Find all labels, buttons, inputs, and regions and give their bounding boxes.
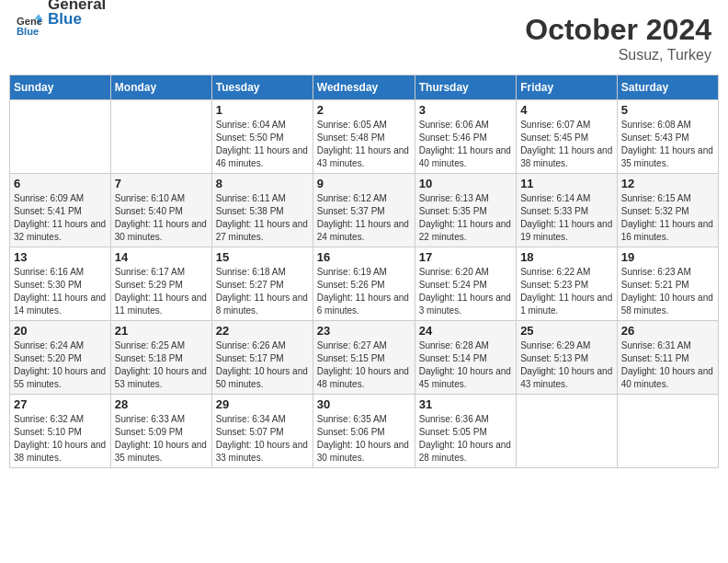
day-info: Sunrise: 6:16 AMSunset: 5:30 PMDaylight:…	[14, 266, 107, 317]
logo: General Blue General Blue	[17, 13, 106, 39]
day-number: 13	[14, 250, 107, 264]
day-number: 28	[115, 397, 208, 411]
day-number: 23	[317, 324, 411, 338]
day-number: 18	[520, 250, 613, 264]
calendar-cell: 16Sunrise: 6:19 AMSunset: 5:26 PMDayligh…	[313, 247, 415, 321]
day-number: 29	[216, 397, 309, 411]
day-info: Sunrise: 6:34 AMSunset: 5:07 PMDaylight:…	[216, 413, 309, 465]
calendar-cell: 18Sunrise: 6:22 AMSunset: 5:23 PMDayligh…	[517, 247, 618, 321]
day-number: 24	[419, 324, 512, 338]
day-number: 9	[317, 177, 411, 190]
calendar-cell: 3Sunrise: 6:06 AMSunset: 5:46 PMDaylight…	[415, 100, 516, 174]
calendar-week-2: 6Sunrise: 6:09 AMSunset: 5:41 PMDaylight…	[10, 174, 719, 247]
day-info: Sunrise: 6:06 AMSunset: 5:46 PMDaylight:…	[419, 119, 512, 170]
day-number: 21	[115, 324, 208, 338]
calendar-cell: 26Sunrise: 6:31 AMSunset: 5:11 PMDayligh…	[617, 321, 718, 395]
day-number: 6	[14, 177, 107, 190]
calendar-cell: 7Sunrise: 6:10 AMSunset: 5:40 PMDaylight…	[110, 174, 211, 247]
calendar-cell: 15Sunrise: 6:18 AMSunset: 5:27 PMDayligh…	[211, 247, 313, 321]
day-number: 27	[14, 397, 107, 411]
day-info: Sunrise: 6:25 AMSunset: 5:18 PMDaylight:…	[115, 339, 208, 391]
calendar-cell: 13Sunrise: 6:16 AMSunset: 5:30 PMDayligh…	[10, 247, 111, 321]
day-number: 1	[216, 103, 309, 117]
location-title: Susuz, Turkey	[525, 47, 711, 63]
day-number: 22	[216, 324, 309, 338]
day-info: Sunrise: 6:23 AMSunset: 5:21 PMDaylight:…	[621, 266, 714, 317]
calendar-cell: 20Sunrise: 6:24 AMSunset: 5:20 PMDayligh…	[10, 321, 111, 395]
day-number: 20	[14, 324, 107, 338]
day-info: Sunrise: 6:24 AMSunset: 5:20 PMDaylight:…	[14, 339, 107, 391]
calendar-week-1: 1Sunrise: 6:04 AMSunset: 5:50 PMDaylight…	[10, 100, 719, 174]
day-number: 14	[115, 250, 208, 264]
day-info: Sunrise: 6:09 AMSunset: 5:41 PMDaylight:…	[14, 192, 107, 244]
month-title: October 2024	[525, 13, 711, 47]
calendar-cell: 24Sunrise: 6:28 AMSunset: 5:14 PMDayligh…	[415, 321, 516, 395]
calendar-cell	[110, 100, 211, 174]
calendar-cell: 14Sunrise: 6:17 AMSunset: 5:29 PMDayligh…	[110, 247, 211, 321]
day-number: 12	[621, 177, 714, 190]
day-number: 2	[317, 103, 411, 117]
day-info: Sunrise: 6:07 AMSunset: 5:45 PMDaylight:…	[520, 119, 613, 170]
calendar-cell: 1Sunrise: 6:04 AMSunset: 5:50 PMDaylight…	[211, 100, 313, 174]
day-info: Sunrise: 6:22 AMSunset: 5:23 PMDaylight:…	[520, 266, 613, 317]
calendar-cell	[10, 100, 111, 174]
day-number: 15	[216, 250, 309, 264]
calendar-cell: 22Sunrise: 6:26 AMSunset: 5:17 PMDayligh…	[211, 321, 313, 395]
calendar-cell: 2Sunrise: 6:05 AMSunset: 5:48 PMDaylight…	[313, 100, 415, 174]
calendar-cell: 8Sunrise: 6:11 AMSunset: 5:38 PMDaylight…	[211, 174, 313, 247]
day-number: 11	[520, 177, 613, 190]
day-number: 25	[520, 324, 613, 338]
calendar-cell	[517, 395, 618, 468]
calendar-cell: 25Sunrise: 6:29 AMSunset: 5:13 PMDayligh…	[517, 321, 618, 395]
day-info: Sunrise: 6:35 AMSunset: 5:06 PMDaylight:…	[317, 413, 411, 465]
logo-icon: General Blue	[17, 13, 42, 39]
weekday-header-tuesday: Tuesday	[211, 75, 313, 100]
page-header: General Blue General Blue October 2024 S…	[9, 9, 719, 67]
calendar-cell: 11Sunrise: 6:14 AMSunset: 5:33 PMDayligh…	[517, 174, 618, 247]
calendar-cell: 5Sunrise: 6:08 AMSunset: 5:43 PMDaylight…	[617, 100, 718, 174]
calendar-cell: 31Sunrise: 6:36 AMSunset: 5:05 PMDayligh…	[415, 395, 516, 468]
calendar-cell: 23Sunrise: 6:27 AMSunset: 5:15 PMDayligh…	[313, 321, 415, 395]
day-info: Sunrise: 6:11 AMSunset: 5:38 PMDaylight:…	[216, 192, 309, 244]
day-info: Sunrise: 6:26 AMSunset: 5:17 PMDaylight:…	[216, 339, 309, 391]
calendar-table: SundayMondayTuesdayWednesdayThursdayFrid…	[9, 75, 719, 468]
day-info: Sunrise: 6:13 AMSunset: 5:35 PMDaylight:…	[419, 192, 512, 244]
day-number: 26	[621, 324, 714, 338]
logo-blue-text: Blue	[48, 10, 106, 29]
day-info: Sunrise: 6:33 AMSunset: 5:09 PMDaylight:…	[115, 413, 208, 465]
day-info: Sunrise: 6:08 AMSunset: 5:43 PMDaylight:…	[621, 119, 714, 170]
calendar-cell: 30Sunrise: 6:35 AMSunset: 5:06 PMDayligh…	[313, 395, 415, 468]
day-info: Sunrise: 6:29 AMSunset: 5:13 PMDaylight:…	[520, 339, 613, 391]
weekday-header-thursday: Thursday	[415, 75, 516, 100]
calendar-cell: 19Sunrise: 6:23 AMSunset: 5:21 PMDayligh…	[617, 247, 718, 321]
day-info: Sunrise: 6:19 AMSunset: 5:26 PMDaylight:…	[317, 266, 411, 317]
day-number: 17	[419, 250, 512, 264]
day-number: 5	[621, 103, 714, 117]
calendar-week-5: 27Sunrise: 6:32 AMSunset: 5:10 PMDayligh…	[10, 395, 719, 468]
calendar-cell: 10Sunrise: 6:13 AMSunset: 5:35 PMDayligh…	[415, 174, 516, 247]
day-number: 8	[216, 177, 309, 190]
day-info: Sunrise: 6:14 AMSunset: 5:33 PMDaylight:…	[520, 192, 613, 244]
calendar-cell: 6Sunrise: 6:09 AMSunset: 5:41 PMDaylight…	[10, 174, 111, 247]
day-info: Sunrise: 6:15 AMSunset: 5:32 PMDaylight:…	[621, 192, 714, 244]
day-number: 16	[317, 250, 411, 264]
calendar-week-4: 20Sunrise: 6:24 AMSunset: 5:20 PMDayligh…	[10, 321, 719, 395]
day-info: Sunrise: 6:20 AMSunset: 5:24 PMDaylight:…	[419, 266, 512, 317]
weekday-header-friday: Friday	[517, 75, 618, 100]
day-info: Sunrise: 6:17 AMSunset: 5:29 PMDaylight:…	[115, 266, 208, 317]
day-info: Sunrise: 6:28 AMSunset: 5:14 PMDaylight:…	[419, 339, 512, 391]
day-number: 7	[115, 177, 208, 190]
day-info: Sunrise: 6:10 AMSunset: 5:40 PMDaylight:…	[115, 192, 208, 244]
day-info: Sunrise: 6:05 AMSunset: 5:48 PMDaylight:…	[317, 119, 411, 170]
calendar-cell: 28Sunrise: 6:33 AMSunset: 5:09 PMDayligh…	[110, 395, 211, 468]
calendar-cell: 9Sunrise: 6:12 AMSunset: 5:37 PMDaylight…	[313, 174, 415, 247]
day-info: Sunrise: 6:18 AMSunset: 5:27 PMDaylight:…	[216, 266, 309, 317]
calendar-cell: 29Sunrise: 6:34 AMSunset: 5:07 PMDayligh…	[211, 395, 313, 468]
weekday-header-sunday: Sunday	[10, 75, 111, 100]
day-number: 4	[520, 103, 613, 117]
calendar-cell: 17Sunrise: 6:20 AMSunset: 5:24 PMDayligh…	[415, 247, 516, 321]
day-info: Sunrise: 6:12 AMSunset: 5:37 PMDaylight:…	[317, 192, 411, 244]
day-number: 3	[419, 103, 512, 117]
day-number: 10	[419, 177, 512, 190]
day-number: 19	[621, 250, 714, 264]
